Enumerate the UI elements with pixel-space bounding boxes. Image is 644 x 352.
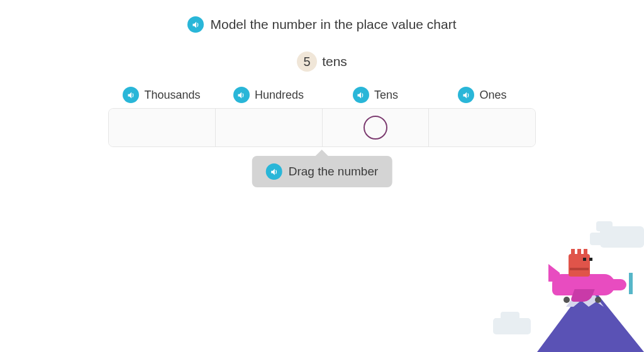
dino-icon (569, 254, 590, 277)
cell-tens[interactable] (323, 109, 430, 146)
header-tens: Tens (322, 87, 429, 103)
propeller-icon (629, 273, 633, 294)
plane-icon (548, 264, 560, 282)
speaker-icon[interactable] (233, 87, 250, 103)
drop-target[interactable] (364, 116, 387, 140)
speaker-icon[interactable] (123, 87, 139, 103)
plane-icon (570, 289, 594, 302)
hint-bubble: Drag the number (252, 156, 392, 187)
mountain-icon (537, 283, 644, 352)
mountain-cap-icon (566, 282, 604, 307)
header-label: Hundreds (255, 89, 304, 102)
speaker-icon[interactable] (458, 87, 474, 103)
decorative-scene (468, 220, 644, 352)
hint-text: Drag the number (289, 165, 379, 179)
speaker-icon[interactable] (187, 16, 204, 33)
header-hundreds: Hundreds (215, 87, 322, 103)
dino-eye-icon (583, 258, 586, 261)
place-value-chart (108, 108, 536, 147)
wheel-icon (564, 297, 570, 303)
instruction-text: Model the number in the place value char… (210, 17, 456, 32)
plane-icon (552, 274, 615, 295)
header-ones: Ones (429, 87, 536, 103)
header-label: Thousands (144, 89, 200, 102)
cloud-icon (493, 318, 531, 334)
number-unit: tens (322, 54, 347, 69)
header-label: Ones (479, 89, 506, 102)
header-label: Tens (374, 89, 398, 102)
plane-icon (613, 279, 626, 290)
column-headers: Thousands Hundreds Tens Ones (108, 87, 536, 103)
number-badge[interactable]: 5 (297, 52, 317, 72)
speaker-icon[interactable] (266, 163, 282, 180)
cell-hundreds[interactable] (216, 109, 323, 146)
instruction-row: Model the number in the place value char… (0, 16, 644, 33)
speaker-icon[interactable] (353, 87, 369, 103)
cloud-icon (600, 226, 644, 248)
number-prompt: 5 tens (0, 52, 644, 72)
cell-thousands[interactable] (109, 109, 216, 146)
header-thousands: Thousands (108, 87, 215, 103)
dino-stripe-icon (570, 268, 589, 270)
cell-ones[interactable] (429, 109, 535, 146)
wheel-icon (595, 297, 601, 303)
